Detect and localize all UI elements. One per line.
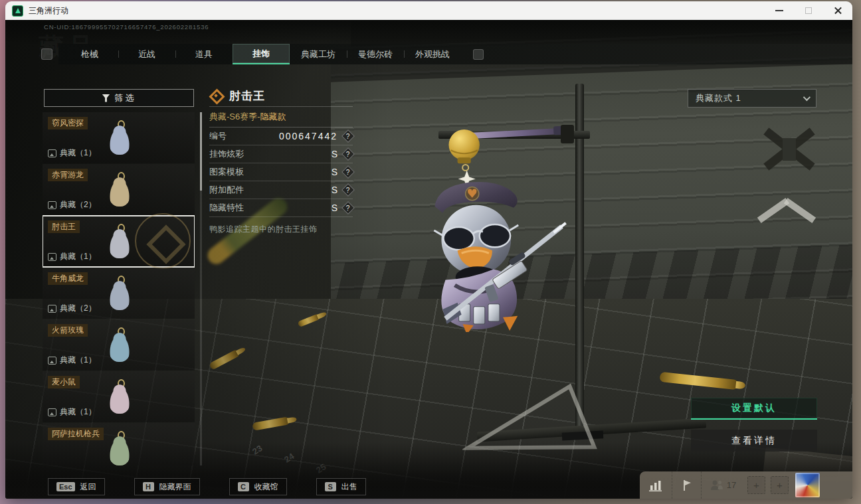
charm-list-item[interactable]: 牛角威龙 典藏（2）: [43, 268, 195, 319]
tab-cycle-left-key[interactable]: [41, 48, 52, 60]
tab-collection-workshop[interactable]: 典藏工坊: [290, 44, 347, 64]
charm-list-item[interactable]: 麦小鼠 典藏（1）: [43, 371, 195, 422]
collection-frame-icon: [48, 357, 56, 365]
window-title: 三角洲行动: [29, 5, 68, 17]
collection-frame-icon: [48, 408, 56, 416]
charm-thumbnail: [106, 172, 134, 208]
add-slot-button[interactable]: +: [747, 476, 765, 494]
hotkey-back[interactable]: Esc 返回: [48, 478, 105, 495]
tab-cycle-right-key[interactable]: [473, 49, 484, 60]
social-panel: 17 + +: [640, 471, 852, 499]
filter-icon: [102, 94, 110, 102]
collection-emblem-icon: [135, 213, 191, 269]
charm-description: 鸭影追踪主题中的肘击王挂饰: [209, 224, 353, 235]
title-bar: 三角洲行动: [5, 1, 852, 20]
charm-list-item[interactable]: 赤霄游龙 典藏（2）: [43, 164, 195, 215]
stats-button[interactable]: [640, 471, 672, 499]
charm-tier: 典藏-S6赛季-隐藏款: [209, 107, 353, 127]
style-dropdown[interactable]: 典藏款式 1: [688, 89, 816, 108]
stats-chart-icon: [649, 479, 662, 491]
squad-button[interactable]: 17: [701, 471, 745, 499]
crate-chevron-icon: [755, 194, 818, 226]
flag-icon: [681, 479, 693, 491]
charm-list-item[interactable]: 窃风密探 典藏（1）: [43, 112, 195, 163]
hotkey-hide-ui[interactable]: H 隐藏界面: [134, 478, 200, 495]
view-details-button[interactable]: 查看详情: [691, 430, 817, 452]
flag-button[interactable]: [672, 471, 701, 499]
set-default-button[interactable]: 设置默认: [691, 398, 817, 420]
help-icon[interactable]: ?: [341, 129, 355, 143]
charm-list-item[interactable]: 火箭玫瑰 典藏（1）: [43, 319, 195, 371]
account-uid: CN-UID:186799955702716657476_20260228153…: [44, 23, 209, 31]
collection-frame-icon: [48, 253, 56, 261]
charm-detail-panel: 肘击王 典藏-S6赛季-隐藏款 编号 000647442 ? 挂饰炫彩 S ? …: [209, 85, 353, 235]
filter-button[interactable]: 筛选: [44, 89, 194, 107]
game-viewport[interactable]: 23 24 25: [5, 20, 852, 499]
charm-thumbnail: [106, 276, 134, 311]
pendant-icon: [209, 89, 223, 102]
stand-clamp: [561, 125, 574, 143]
stat-row-accessory: 附加配件 S ?: [209, 181, 353, 199]
stat-row-hidden-trait: 隐藏特性 S ?: [209, 199, 353, 217]
help-icon[interactable]: ?: [341, 165, 355, 179]
collection-frame-icon: [48, 305, 56, 313]
chevron-down-icon: [803, 94, 811, 101]
charm-thumbnail: [106, 431, 134, 465]
list-scrollbar-thumb[interactable]: [200, 112, 202, 191]
charm-list-item[interactable]: 阿萨拉机枪兵: [43, 423, 195, 465]
tab-melee[interactable]: 近战: [118, 44, 175, 64]
help-icon[interactable]: ?: [341, 183, 355, 197]
minimize-button[interactable]: [765, 1, 794, 20]
event-thumbnail[interactable]: [795, 473, 820, 497]
charm-list: 窃风密探 典藏（1） 赤霄游龙 典藏（2） 肘击王 典藏（1） 牛角威龙 典藏（…: [43, 112, 195, 465]
list-scrollbar[interactable]: [200, 112, 202, 465]
tab-charms[interactable]: 挂饰: [233, 44, 290, 64]
charm-title: 肘击王: [229, 88, 265, 104]
category-navbar: 枪械 近战 道具 挂饰 典藏工坊 曼德尔砖 外观挑战: [58, 44, 852, 64]
collection-frame-icon: [48, 149, 56, 157]
charm-thumbnail: [106, 327, 134, 363]
game-window: 三角洲行动 23 24 25: [5, 1, 852, 499]
close-button[interactable]: [823, 1, 852, 20]
tab-guns[interactable]: 枪械: [61, 44, 118, 64]
squad-icon: [710, 479, 723, 491]
tab-appearance-challenge[interactable]: 外观挑战: [404, 44, 461, 64]
squad-count: 17: [727, 480, 736, 490]
minimize-icon: [775, 10, 783, 11]
charm-thumbnail: [106, 379, 134, 415]
crate-latch-icon: [757, 113, 821, 186]
stat-row-pattern: 图案模板 S ?: [209, 163, 353, 181]
stat-row-serial: 编号 000647442 ?: [209, 127, 353, 145]
charm-thumbnail: [106, 224, 134, 260]
charm-list-item-selected[interactable]: 肘击王 典藏（1）: [43, 216, 195, 267]
hotkey-collection-hall[interactable]: C 收藏馆: [229, 478, 287, 495]
help-icon[interactable]: ?: [341, 147, 355, 161]
help-icon[interactable]: ?: [341, 201, 355, 214]
add-slot-button[interactable]: +: [771, 476, 789, 494]
stat-row-colorway: 挂饰炫彩 S ?: [209, 145, 353, 163]
app-logo-icon: [12, 5, 23, 17]
maximize-icon: [805, 7, 812, 14]
tab-props[interactable]: 道具: [175, 44, 233, 64]
charm-thumbnail: [106, 120, 134, 156]
collection-frame-icon: [48, 201, 56, 209]
maximize-button[interactable]: [794, 1, 823, 20]
tab-mandel-brick[interactable]: 曼德尔砖: [347, 44, 404, 64]
close-icon: [834, 7, 842, 15]
charm-3d-model[interactable]: [423, 125, 577, 332]
hotkey-sell[interactable]: S 出售: [316, 478, 366, 495]
